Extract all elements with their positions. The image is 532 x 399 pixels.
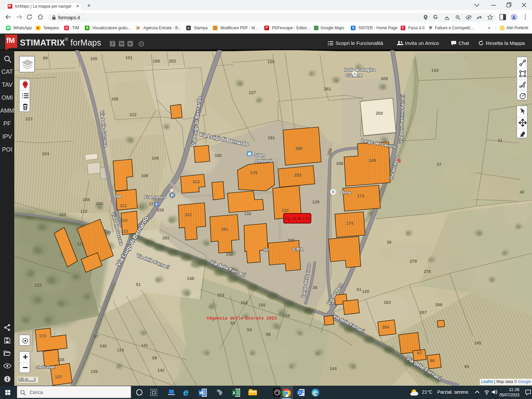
svg-text:191: 191 <box>268 135 275 140</box>
svg-text:41: 41 <box>498 138 502 143</box>
svg-text:168: 168 <box>59 212 66 217</box>
svg-text:38: 38 <box>313 285 317 290</box>
svg-text:Isola ecologica: Isola ecologica <box>344 67 376 72</box>
svg-text:Fg 16 M 172: Fg 16 M 172 <box>285 216 310 221</box>
svg-text:264: 264 <box>382 325 389 330</box>
svg-text:132: 132 <box>244 211 251 216</box>
svg-text:156: 156 <box>283 313 290 318</box>
svg-text:161: 161 <box>221 227 228 232</box>
svg-text:158: 158 <box>153 59 160 64</box>
svg-text:67: 67 <box>417 350 422 355</box>
svg-text:114: 114 <box>121 218 128 223</box>
svg-text:154: 154 <box>240 300 248 305</box>
svg-text:155: 155 <box>258 303 266 308</box>
svg-text:159: 159 <box>111 96 118 101</box>
svg-text:53: 53 <box>230 321 235 326</box>
svg-text:263: 263 <box>384 300 391 305</box>
svg-text:173: 173 <box>39 333 46 338</box>
svg-text:267: 267 <box>420 310 427 315</box>
svg-text:X: X <box>233 390 236 395</box>
svg-text:183: 183 <box>162 235 169 240</box>
svg-text:202: 202 <box>169 59 176 64</box>
svg-text:Stam: Stam <box>254 153 265 158</box>
svg-text:142: 142 <box>157 368 165 373</box>
svg-text:P: P <box>171 193 174 198</box>
svg-text:109: 109 <box>141 173 148 178</box>
svg-text:266: 266 <box>435 302 443 307</box>
svg-text:253: 253 <box>294 173 302 178</box>
svg-text:145: 145 <box>474 340 481 345</box>
svg-text:279: 279 <box>410 259 417 264</box>
svg-text:110: 110 <box>80 209 87 214</box>
svg-text:114: 114 <box>117 347 124 352</box>
svg-text:148: 148 <box>187 276 194 281</box>
svg-text:57: 57 <box>94 334 98 339</box>
svg-text:©Agenzia delle Entrate 2023: ©Agenzia delle Entrate 2023 <box>207 316 277 321</box>
svg-text:56: 56 <box>266 332 271 337</box>
svg-text:173: 173 <box>357 194 364 199</box>
svg-text:134: 134 <box>431 68 439 73</box>
svg-text:chetti sfalti: chetti sfalti <box>36 365 55 369</box>
svg-text:68: 68 <box>430 358 435 363</box>
svg-text:100: 100 <box>90 56 97 61</box>
svg-text:261: 261 <box>324 86 331 91</box>
svg-text:129: 129 <box>312 200 320 204</box>
svg-text:159: 159 <box>157 207 164 212</box>
svg-text:121: 121 <box>77 241 84 246</box>
svg-text:Ambienti: Ambienti <box>255 159 272 163</box>
svg-text:246: 246 <box>336 161 343 166</box>
svg-text:200: 200 <box>381 76 388 81</box>
svg-text:O: O <box>298 391 301 395</box>
svg-text:W: W <box>199 390 203 395</box>
svg-text:61: 61 <box>357 287 361 292</box>
svg-text:137: 137 <box>55 374 62 379</box>
svg-text:108: 108 <box>152 156 159 161</box>
svg-text:101: 101 <box>125 55 133 60</box>
svg-text:Pe: Pe <box>116 194 121 199</box>
svg-text:212: 212 <box>129 112 137 117</box>
svg-text:144: 144 <box>330 366 337 371</box>
svg-text:289: 289 <box>295 146 303 151</box>
svg-text:179: 179 <box>250 170 257 175</box>
svg-text:P: P <box>156 203 158 206</box>
svg-text:245: 245 <box>83 197 90 202</box>
svg-text:122: 122 <box>35 283 42 288</box>
svg-text:330: 330 <box>214 153 222 158</box>
svg-text:115: 115 <box>121 229 128 234</box>
svg-text:141: 141 <box>141 343 148 348</box>
svg-text:136: 136 <box>57 357 65 362</box>
svg-text:51: 51 <box>136 282 141 287</box>
svg-text:126: 126 <box>267 59 275 64</box>
svg-text:278: 278 <box>424 269 431 274</box>
svg-text:162: 162 <box>226 252 233 257</box>
svg-text:174: 174 <box>346 221 353 226</box>
svg-text:169: 169 <box>287 238 295 243</box>
svg-text:S.R.L: S.R.L <box>292 247 303 252</box>
svg-text:ini: ini <box>263 247 268 252</box>
svg-text:139: 139 <box>90 369 98 374</box>
svg-text:54: 54 <box>247 327 252 332</box>
svg-text:Francesco: Francesco <box>144 195 166 200</box>
svg-text:55: 55 <box>305 307 310 312</box>
svg-text:313: 313 <box>193 179 200 184</box>
svg-text:42: 42 <box>520 190 524 195</box>
svg-text:224: 224 <box>42 151 49 156</box>
svg-text:99: 99 <box>43 56 48 61</box>
svg-text:112: 112 <box>120 203 127 208</box>
svg-text:37: 37 <box>437 162 441 167</box>
svg-text:59: 59 <box>152 355 157 360</box>
svg-text:Orna: Orna <box>341 190 351 195</box>
svg-text:223: 223 <box>25 116 33 121</box>
svg-text:153: 153 <box>217 293 224 298</box>
svg-text:122: 122 <box>282 208 289 213</box>
svg-text:65: 65 <box>465 364 469 369</box>
svg-text:249: 249 <box>369 158 376 163</box>
svg-text:127: 127 <box>249 90 256 95</box>
svg-text:39: 39 <box>387 240 391 245</box>
svg-text:120: 120 <box>362 289 369 294</box>
svg-text:221: 221 <box>185 212 192 217</box>
svg-text:240: 240 <box>96 201 103 206</box>
svg-text:250: 250 <box>376 111 383 116</box>
svg-text:140: 140 <box>99 343 107 348</box>
